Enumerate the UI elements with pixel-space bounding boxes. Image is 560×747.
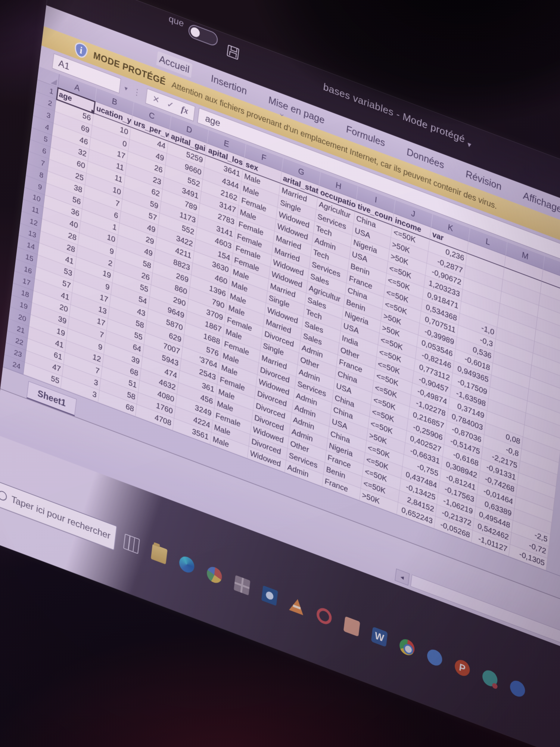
office-box-icon[interactable] xyxy=(234,575,251,596)
toggle-knob xyxy=(190,26,200,38)
powerpoint-icon[interactable]: P xyxy=(454,658,471,678)
app-tile-icon[interactable] xyxy=(343,616,360,637)
app-blue-icon[interactable] xyxy=(509,678,526,699)
title-chevron-icon[interactable]: ▾ xyxy=(467,139,472,150)
task-view-icon[interactable] xyxy=(123,534,140,554)
formula-bar-handle: ⋮ xyxy=(132,86,141,99)
autosave-toggle[interactable] xyxy=(188,23,218,47)
skype-icon[interactable] xyxy=(426,647,443,668)
search-placeholder: Taper ici pour rechercher xyxy=(10,494,111,542)
vlc-icon[interactable] xyxy=(289,596,305,615)
photo-stage: que bases variables - Mode protégé ▾ Acc… xyxy=(0,0,560,747)
search-circle-icon xyxy=(0,490,7,502)
name-box-dropdown-icon[interactable]: ▾ xyxy=(124,84,128,92)
save-icon[interactable] xyxy=(227,44,239,60)
outlook-icon[interactable] xyxy=(261,585,278,606)
laptop-screen: que bases variables - Mode protégé ▾ Acc… xyxy=(0,0,560,747)
browser-ring-icon[interactable] xyxy=(316,606,333,626)
edge-icon[interactable] xyxy=(178,554,195,575)
word-icon[interactable]: W xyxy=(371,627,388,647)
chrome-icon[interactable] xyxy=(399,637,416,657)
enter-button[interactable]: ✓ xyxy=(167,99,175,111)
onedrive-icon[interactable] xyxy=(482,668,498,689)
shield-info-icon: i xyxy=(74,41,88,60)
scroll-left-icon[interactable]: ◂ xyxy=(395,568,410,586)
browser-circle-icon[interactable] xyxy=(206,565,223,585)
autosave-label-fragment: que xyxy=(168,13,184,29)
insert-function-button[interactable]: fx xyxy=(181,104,189,117)
cancel-button[interactable]: ✕ xyxy=(152,93,160,106)
taskbar-search[interactable]: Taper ici pour rechercher xyxy=(0,480,117,551)
file-explorer-icon[interactable] xyxy=(151,544,168,564)
